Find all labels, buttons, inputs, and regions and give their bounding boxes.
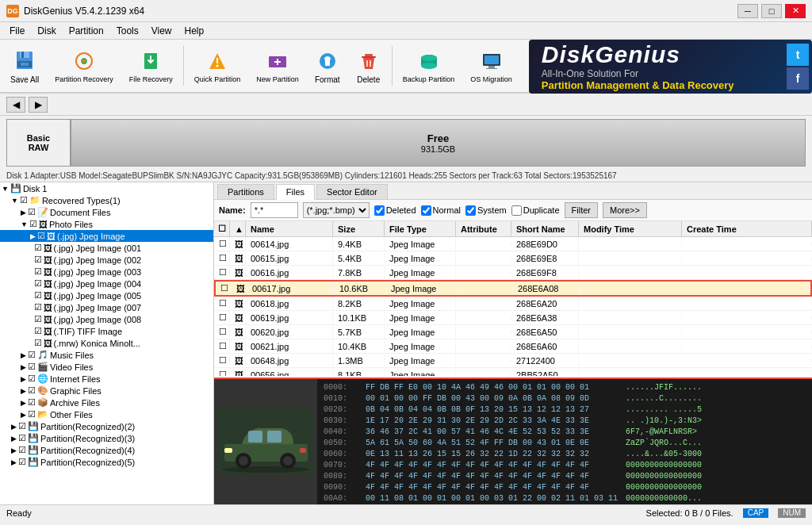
deleted-checkbox[interactable] bbox=[374, 205, 385, 216]
tree-item-jpeg-007[interactable]: ☑ 🖼 (.jpg) Jpeg Image (007 bbox=[0, 301, 213, 313]
menu-file[interactable]: File bbox=[3, 24, 31, 38]
menu-help[interactable]: Help bbox=[178, 24, 211, 38]
app-banner: DiskGenius All-In-One Solution For Parti… bbox=[529, 40, 812, 94]
svg-rect-25 bbox=[485, 56, 499, 64]
os-migration-button[interactable]: OS Migration bbox=[463, 44, 519, 88]
format-button[interactable]: Format bbox=[308, 44, 347, 88]
tree-item-jpeg-002[interactable]: ☑ 🖼 (.jpg) Jpeg Image (002 bbox=[0, 254, 213, 266]
table-row[interactable]: ☐ 🖼 00621.jpg 10.4KB Jpeg Image 268E6A60 bbox=[214, 339, 812, 354]
table-row[interactable]: ☐ 🖼 00648.jpg 1.3MB Jpeg Image 27122400 bbox=[214, 354, 812, 368]
nav-forward-button[interactable]: ▶ bbox=[29, 97, 48, 113]
tree-item-video-files[interactable]: ▶ ☑ 🎬 Video Files bbox=[0, 361, 213, 373]
header-modify[interactable]: Modify Time bbox=[579, 221, 682, 236]
tree-item-mrw[interactable]: ☑ 🖼 (.mrw) Konica Minolt... bbox=[0, 337, 213, 349]
tree-item-jpeg-004[interactable]: ☑ 🖼 (.jpg) Jpeg Image (004 bbox=[0, 278, 213, 289]
disk-info-bar: Disk 1 Adapter:USB Model:SeagateBUPSlimB… bbox=[0, 170, 812, 182]
os-migration-label: OS Migration bbox=[470, 75, 512, 83]
tree-item-disk[interactable]: ▼ 💾 Disk 1 bbox=[0, 182, 213, 194]
tree-item-music-files[interactable]: ▶ ☑ 🎵 Music Files bbox=[0, 349, 213, 361]
photo-files-check: ☑ bbox=[29, 219, 37, 229]
svg-rect-36 bbox=[224, 448, 232, 453]
twitter-button[interactable]: t bbox=[787, 44, 809, 66]
tree-item-tiff[interactable]: ☑ 🖼 (.TIF) TIFF Image bbox=[0, 325, 213, 337]
facebook-button[interactable]: f bbox=[787, 67, 809, 90]
partition4-icon: 💾 bbox=[28, 445, 39, 455]
tiff-icon: 🖼 bbox=[44, 327, 52, 336]
jpeg008-icon: 🖼 bbox=[44, 315, 52, 324]
file-recovery-button[interactable]: File Recovery bbox=[122, 44, 180, 88]
minimize-button[interactable]: ─ bbox=[737, 4, 758, 18]
partition5-label: Partition(Recognized)(5) bbox=[40, 458, 135, 467]
tree-item-document-files[interactable]: ▶ ☑ 📝 Document Files bbox=[0, 206, 213, 218]
tree-item-jpeg-image[interactable]: ▶ ☑ 🖼 (.jpg) Jpeg Image bbox=[0, 230, 213, 242]
header-attr[interactable]: Attribute bbox=[456, 221, 511, 236]
quick-partition-button[interactable]: Quick Partition bbox=[187, 44, 248, 88]
menu-partition[interactable]: Partition bbox=[63, 24, 110, 38]
save-all-button[interactable]: Save All bbox=[3, 44, 46, 88]
tree-item-jpeg-001[interactable]: ☑ 🖼 (.jpg) Jpeg Image (001 bbox=[0, 242, 213, 254]
delete-button[interactable]: Delete bbox=[349, 44, 389, 88]
tab-partitions[interactable]: Partitions bbox=[217, 184, 274, 199]
table-row[interactable]: ☐ 🖼 00615.jpg 5.4KB Jpeg Image 268E69E8 bbox=[214, 251, 812, 266]
menu-view[interactable]: View bbox=[145, 24, 178, 38]
table-row[interactable]: ☐ 🖼 00614.jpg 9.4KB Jpeg Image 268E69D0 bbox=[214, 237, 812, 251]
tree-item-graphic-files[interactable]: ▶ ☑ 🎨 Graphic Files bbox=[0, 385, 213, 397]
table-row[interactable]: ☐ 🖼 00616.jpg 7.8KB Jpeg Image 268E69F8 bbox=[214, 266, 812, 280]
menu-tools[interactable]: Tools bbox=[110, 24, 145, 38]
hex-line: 0020: 0B 04 0B 04 04 0B 0B 0F 13 20 15 1… bbox=[324, 404, 806, 416]
tree-item-jpeg-003[interactable]: ☑ 🖼 (.jpg) Jpeg Image (003 bbox=[0, 266, 213, 278]
table-row[interactable]: ☐ 🖼 00619.jpg 10.1KB Jpeg Image 268E6A38 bbox=[214, 311, 812, 325]
name-filter-input[interactable] bbox=[251, 202, 298, 218]
partition-recovery-icon bbox=[71, 48, 97, 74]
maximize-button[interactable]: □ bbox=[761, 4, 782, 18]
svg-point-38 bbox=[222, 466, 309, 473]
tree-item-partition-4[interactable]: ▶ ☑ 💾 Partition(Recognized)(4) bbox=[0, 444, 213, 456]
hex-line: 0080: 4F 4F 4F 4F 4F 4F 4F 4F 4F 4F 4F 4… bbox=[324, 471, 806, 482]
system-checkbox[interactable] bbox=[465, 205, 476, 216]
tab-files[interactable]: Files bbox=[276, 184, 315, 200]
tree-item-internet-files[interactable]: ▶ ☑ 🌐 Internet Files bbox=[0, 373, 213, 385]
table-row[interactable]: ☐ 🖼 00618.jpg 8.2KB Jpeg Image 268E6A20 bbox=[214, 297, 812, 311]
header-name[interactable]: Name bbox=[246, 221, 333, 236]
header-check[interactable]: ☐ bbox=[214, 221, 230, 236]
header-size[interactable]: Size bbox=[333, 221, 385, 236]
tree-item-partition-2[interactable]: ▶ ☑ 💾 Partition(Recognized)(2) bbox=[0, 420, 213, 432]
close-button[interactable]: ✕ bbox=[785, 4, 806, 18]
table-row-selected[interactable]: ☐ 🖼 00617.jpg 10.6KB Jpeg Image 268E6A08 bbox=[214, 280, 812, 297]
tree-item-jpeg-008[interactable]: ☑ 🖼 (.jpg) Jpeg Image (008 bbox=[0, 313, 213, 325]
header-short[interactable]: Short Name bbox=[511, 221, 579, 236]
table-row[interactable]: ☐ 🖼 00656.jpg 8.1KB Jpeg Image 2BB52A50 bbox=[214, 368, 812, 376]
menu-disk[interactable]: Disk bbox=[31, 24, 62, 38]
svg-point-23 bbox=[421, 55, 437, 61]
tree-item-archive-files[interactable]: ▶ ☑ 📦 Archive Files bbox=[0, 397, 213, 408]
disk-label: Basic RAW bbox=[7, 120, 71, 166]
tree-item-photo-files[interactable]: ▼ ☑ 🖼 Photo Files bbox=[0, 218, 213, 230]
header-type[interactable]: File Type bbox=[385, 221, 456, 236]
filter-button[interactable]: Filter bbox=[565, 202, 598, 218]
header-create[interactable]: Create Time bbox=[682, 221, 812, 236]
app-title: DG DiskGenius V5.4.2.1239 x64 bbox=[6, 5, 144, 17]
tree-item-partition-3[interactable]: ▶ ☑ 💾 Partition(Recognized)(3) bbox=[0, 432, 213, 444]
tree-item-jpeg-005[interactable]: ☑ 🖼 (.jpg) Jpeg Image (005 bbox=[0, 289, 213, 301]
disk-partition-free[interactable]: Free 931.5GB bbox=[71, 120, 805, 166]
ext-filter-select[interactable]: (*.jpg;*.bmp) bbox=[303, 202, 370, 218]
backup-partition-button[interactable]: Backup Partition bbox=[396, 44, 462, 88]
menu-bar: File Disk Partition Tools View Help bbox=[0, 22, 812, 40]
banner-title: DiskGenius bbox=[542, 43, 764, 67]
tree-item-recovered-types[interactable]: ▼ ☑ 📁 Recovered Types(1) bbox=[0, 194, 213, 206]
svg-rect-37 bbox=[300, 448, 306, 453]
partition-recovery-button[interactable]: Partition Recovery bbox=[48, 44, 121, 88]
more-button[interactable]: More>> bbox=[603, 202, 647, 218]
save-all-label: Save All bbox=[10, 75, 39, 84]
normal-checkbox[interactable] bbox=[421, 205, 431, 216]
status-bar: Ready Selected: 0 B / 0 Files. CAP NUM bbox=[0, 504, 812, 520]
svg-rect-30 bbox=[248, 431, 262, 443]
table-row[interactable]: ☐ 🖼 00620.jpg 5.7KB Jpeg Image 268E6A50 bbox=[214, 325, 812, 339]
tree-item-other-files[interactable]: ▶ ☑ 📂 Other Files bbox=[0, 408, 213, 420]
nav-back-button[interactable]: ◀ bbox=[6, 97, 25, 113]
nav-area: ◀ ▶ bbox=[0, 94, 812, 116]
new-partition-button[interactable]: New Partition bbox=[249, 44, 306, 88]
tab-sector-editor[interactable]: Sector Editor bbox=[316, 184, 388, 199]
tree-item-partition-5[interactable]: ▶ ☑ 💾 Partition(Recognized)(5) bbox=[0, 456, 213, 468]
duplicate-checkbox[interactable] bbox=[511, 205, 522, 216]
